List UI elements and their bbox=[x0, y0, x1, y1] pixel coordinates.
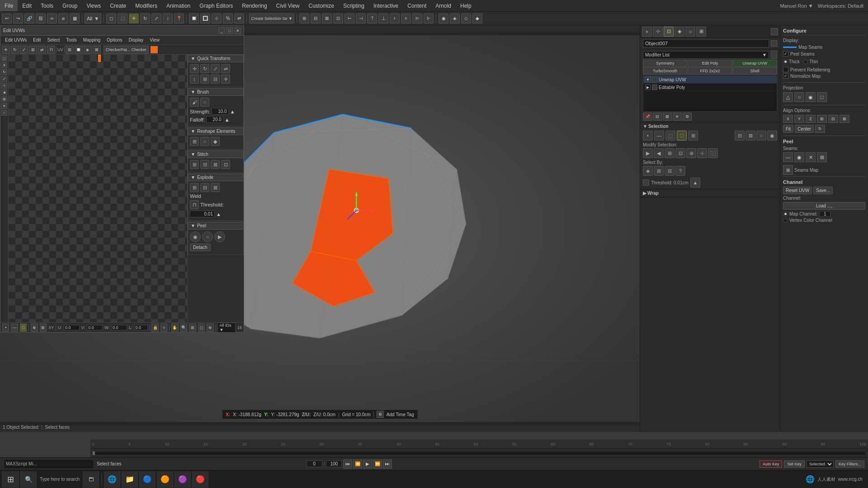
edge-sel-icon[interactable]: — bbox=[654, 131, 664, 141]
start-btn[interactable]: ⊞ bbox=[2, 471, 19, 488]
similar-sel-icon[interactable]: ⊛ bbox=[686, 148, 696, 158]
loop-sel-icon2[interactable]: ⊞ bbox=[665, 148, 675, 158]
named-sel2-btn[interactable]: ⊟ bbox=[311, 14, 321, 23]
layer-btn[interactable]: ⊧ bbox=[401, 14, 411, 23]
uv-u-input[interactable] bbox=[64, 325, 80, 330]
menu-customize[interactable]: Customize bbox=[304, 0, 339, 11]
rotate-btn[interactable]: ↻ bbox=[140, 14, 150, 23]
threshold-toggle[interactable] bbox=[643, 179, 649, 186]
uv-freeform-btn[interactable]: ⊞ bbox=[29, 46, 37, 54]
uv-zoom-btn[interactable]: ⊞ bbox=[40, 324, 47, 332]
strength-input[interactable] bbox=[212, 108, 229, 115]
menu-content[interactable]: Content bbox=[403, 0, 431, 11]
threshold-spin[interactable]: ▲ bbox=[690, 178, 700, 188]
peel-header[interactable]: ▼ Peel bbox=[188, 222, 244, 230]
qt-scale-icon[interactable]: ⤢ bbox=[211, 64, 220, 73]
uv-grid-btn[interactable]: ⊞ bbox=[66, 46, 74, 54]
turbosmooth-mod-btn[interactable]: TurboSmooth bbox=[643, 67, 687, 75]
snap3-btn[interactable]: ⊹ bbox=[212, 14, 222, 23]
uv-pan-btn[interactable]: ⊕ bbox=[31, 324, 38, 332]
proj-planar-icon[interactable]: △ bbox=[783, 92, 793, 102]
quick-render-btn[interactable]: ◆ bbox=[472, 14, 482, 23]
create-tab[interactable]: + bbox=[642, 27, 652, 37]
taskbar-explorer[interactable]: 📁 bbox=[122, 471, 138, 488]
shell-mod-btn[interactable]: Shell bbox=[733, 67, 777, 75]
align-btn[interactable]: ⊡ bbox=[333, 14, 343, 23]
modify-tab[interactable]: ⊹ bbox=[653, 27, 663, 37]
filter-dropdown[interactable]: All ▼ bbox=[85, 14, 101, 23]
uv-move-btn[interactable]: ✛ bbox=[2, 46, 10, 54]
modifier-dropdown[interactable]: Modifier List ▼ bbox=[643, 51, 769, 59]
menu-create[interactable]: Create bbox=[105, 0, 131, 11]
thick-radio[interactable] bbox=[783, 60, 788, 64]
modifier-pin-btn[interactable] bbox=[771, 51, 777, 59]
qt-arrange-icon[interactable]: ⊟ bbox=[211, 75, 220, 84]
hard-sel-icon[interactable]: ⬛ bbox=[708, 148, 718, 158]
menu-edit[interactable]: Edit bbox=[18, 0, 36, 11]
uv-selection-handle[interactable] bbox=[98, 55, 101, 62]
seam-icon1[interactable]: — bbox=[783, 152, 793, 162]
menu-arnold[interactable]: Arnold bbox=[431, 0, 456, 11]
uv-tool-peel[interactable]: ◈ bbox=[1, 89, 7, 95]
stitch-icon4[interactable]: ⊡ bbox=[221, 160, 230, 169]
uv-poly-mode[interactable]: □ bbox=[20, 324, 27, 332]
save-uvw-btn[interactable]: Save... bbox=[813, 187, 833, 194]
stack-editable-poly[interactable]: ▶ Editable Poly bbox=[643, 84, 777, 91]
grow-sel-icon[interactable]: ▶ bbox=[643, 148, 653, 158]
extra-btn[interactable]: ⊩ bbox=[424, 14, 434, 23]
falloff-input[interactable] bbox=[206, 116, 223, 123]
uv-tool-relax[interactable]: ⊞ bbox=[1, 96, 7, 102]
create-sel-btn[interactable]: Create Selection Se ▼ bbox=[249, 14, 294, 23]
explode-header[interactable]: ▼ Explode bbox=[188, 174, 244, 181]
uv-menu-edit[interactable]: Edit bbox=[30, 36, 43, 44]
utilities-tab[interactable]: ⊞ bbox=[696, 27, 706, 37]
stack-options-btn[interactable]: ⚙ bbox=[683, 113, 692, 121]
seam-icon4[interactable]: ⊞ bbox=[817, 152, 827, 162]
sel-grow-icon[interactable]: ⊠ bbox=[745, 131, 755, 141]
brush-relax-icon[interactable]: ○ bbox=[200, 98, 209, 107]
uv-v-input[interactable] bbox=[87, 325, 103, 330]
lock-uvs-btn[interactable]: 🔒 bbox=[151, 324, 158, 332]
sel-shrink-icon[interactable]: ⊟ bbox=[735, 131, 745, 141]
redo-btn[interactable]: ↪ bbox=[13, 14, 23, 23]
uv-tool-freeform[interactable]: ⊹ bbox=[1, 83, 7, 89]
uv-canvas[interactable] bbox=[9, 55, 187, 322]
convert-sel-icon[interactable]: ⊹ bbox=[697, 148, 707, 158]
seam-icon2[interactable]: ◉ bbox=[794, 152, 804, 162]
taskbar-app2[interactable]: 🟠 bbox=[157, 471, 173, 488]
explode-icon1[interactable]: ⊞ bbox=[190, 183, 199, 192]
stack-pin-btn[interactable]: 📌 bbox=[643, 113, 652, 121]
seams-map-icon[interactable]: ⊞ bbox=[783, 165, 793, 175]
uv-snap-btn[interactable]: 🔲 bbox=[75, 46, 83, 54]
shrink-sel-icon[interactable]: ◀ bbox=[654, 148, 664, 158]
uv-menu-select[interactable]: Select bbox=[45, 36, 63, 44]
uv-maximize-btn[interactable]: □ bbox=[226, 28, 233, 34]
menu-tools[interactable]: Tools bbox=[36, 0, 58, 11]
brush-header[interactable]: ▼ Brush bbox=[188, 88, 244, 96]
stack-expand-icon[interactable]: ▼ bbox=[645, 77, 651, 82]
ring-sel-icon2[interactable]: ⊡ bbox=[675, 148, 685, 158]
uv-rotate-btn[interactable]: ↻ bbox=[11, 46, 19, 54]
frame-first-btn[interactable]: ⏮ bbox=[343, 460, 352, 469]
material-btn[interactable]: ◈ bbox=[450, 14, 460, 23]
qt-rotate-icon[interactable]: ↻ bbox=[200, 64, 209, 73]
strength-spin[interactable]: ▲ bbox=[230, 109, 235, 114]
uv-tool-rotate[interactable]: ↻ bbox=[1, 69, 7, 75]
pattern-color-swatch[interactable] bbox=[151, 46, 158, 53]
unlink-btn[interactable]: ⛓ bbox=[36, 14, 46, 23]
play-btn[interactable]: ▶ bbox=[363, 460, 372, 469]
object-name-input[interactable] bbox=[643, 39, 769, 47]
qt-plus-icon[interactable]: ✛ bbox=[221, 75, 230, 84]
auto-key-btn[interactable]: Auto Key bbox=[760, 460, 783, 468]
qt-align-icon[interactable]: ⊞ bbox=[200, 75, 209, 84]
mirror-btn[interactable]: ⇌ bbox=[234, 14, 244, 23]
align-x-btn[interactable]: X bbox=[783, 115, 793, 123]
brush-paint-icon[interactable]: 🖌 bbox=[190, 98, 199, 107]
set-key-btn[interactable]: Set Key bbox=[784, 460, 805, 468]
proj-sph-icon[interactable]: ◉ bbox=[806, 92, 816, 102]
reshape-diamond-icon[interactable]: ◆ bbox=[211, 137, 220, 146]
uv-menu-file[interactable]: Edit UVWs bbox=[2, 36, 29, 44]
display-tab[interactable]: ○ bbox=[685, 27, 695, 37]
uv-arc-btn[interactable]: ⊞ bbox=[189, 324, 196, 332]
threshold-input[interactable] bbox=[190, 211, 215, 217]
